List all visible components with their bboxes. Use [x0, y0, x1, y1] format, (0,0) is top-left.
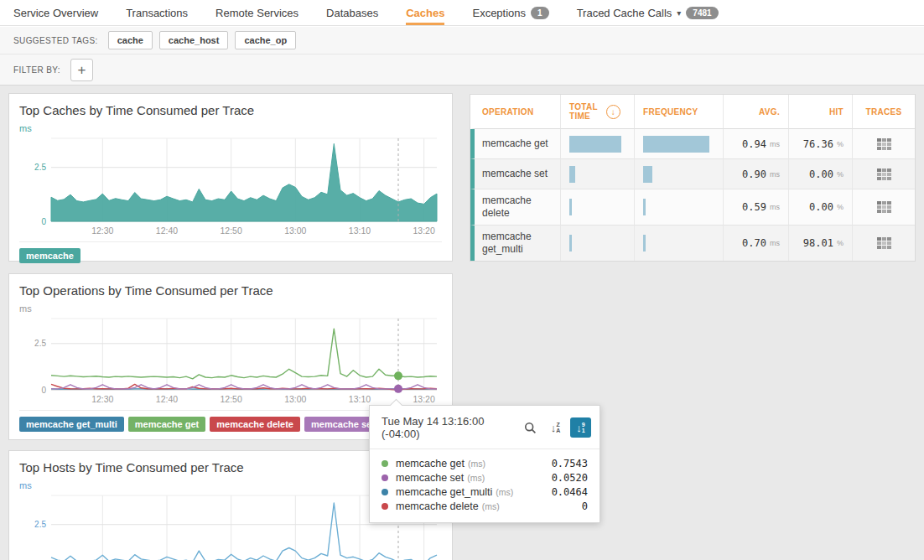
column-header-traces[interactable]: TRACES: [853, 95, 915, 129]
svg-text:13:00: 13:00: [284, 394, 306, 404]
column-header-frequency[interactable]: FREQUENCY: [635, 95, 724, 129]
grid-square: [882, 241, 886, 245]
hit-value: 76.36%: [789, 129, 853, 159]
count-badge: 1: [531, 7, 549, 19]
hit-number: 76.36: [803, 138, 833, 150]
tag-chip-cache-host[interactable]: cache_host: [159, 31, 229, 49]
svg-text:12:50: 12:50: [221, 226, 242, 236]
table-header-row: OPERATIONTOTAL TIME↓FREQUENCYAVG.HITTRAC…: [470, 95, 915, 129]
total-time-bar-cell: [561, 129, 635, 159]
filter-by-label: FILTER BY:: [13, 65, 60, 75]
top-operations-chart[interactable]: 02.512:3012:4012:5013:0013:1013:20: [19, 314, 444, 407]
filter-bar: FILTER BY: +: [0, 54, 924, 86]
operations-table: OPERATIONTOTAL TIME↓FREQUENCYAVG.HITTRAC…: [470, 94, 916, 262]
suggested-tags-list: cachecache_hostcache_op: [108, 31, 303, 49]
avg-number: 0.59: [742, 201, 766, 213]
hit-number: 0.00: [809, 201, 833, 213]
legend-chip-memcache-get-multi[interactable]: memcache get_multi: [19, 417, 124, 432]
tab-databases[interactable]: Databases: [326, 0, 378, 25]
frequency-bar: [643, 166, 652, 183]
legend-chip-memcache[interactable]: memcache: [19, 248, 80, 263]
sort-alpha-desc-icon[interactable]: ↓ZA: [545, 417, 566, 438]
table-row[interactable]: memcache delete0.59ms0.00%: [470, 189, 915, 226]
avg-number: 0.70: [742, 237, 766, 249]
avg-unit: ms: [770, 170, 780, 179]
grid-square: [887, 177, 891, 180]
tab-traced-cache-calls[interactable]: Traced Cache Calls▾7481: [577, 0, 719, 25]
column-header-operation[interactable]: OPERATION: [470, 95, 561, 129]
grid-square: [882, 169, 886, 172]
traces-grid-icon[interactable]: [877, 201, 891, 213]
avg-unit: ms: [770, 140, 780, 148]
grid-square: [877, 237, 881, 241]
frequency-bar: [643, 235, 646, 251]
tab-transactions[interactable]: Transactions: [126, 0, 188, 25]
hit-value: 0.00%: [789, 189, 853, 226]
series-unit: (ms): [467, 473, 485, 483]
table-row[interactable]: memcache get0.94ms76.36%: [470, 129, 915, 159]
svg-text:13:00: 13:00: [284, 226, 306, 236]
sort-desc-icon[interactable]: ↓: [606, 105, 620, 119]
hit-unit: %: [837, 140, 844, 148]
series-label: memcache delete: [396, 500, 479, 512]
series-value: 0: [582, 500, 588, 512]
chart-legend: memcache: [19, 241, 442, 270]
tab-caches[interactable]: Caches: [406, 0, 444, 25]
table-row[interactable]: memcache get_multi0.70ms98.01%: [470, 226, 915, 261]
grid-square: [882, 138, 886, 142]
tab-service-overview[interactable]: Service Overview: [13, 0, 98, 25]
column-header-avg-[interactable]: AVG.: [724, 95, 789, 129]
series-value: 0.0520: [552, 472, 588, 484]
tag-chip-cache[interactable]: cache: [108, 31, 153, 49]
tab-remote-services[interactable]: Remote Services: [215, 0, 298, 25]
frequency-bar-cell: [635, 189, 724, 226]
grid-square: [877, 138, 881, 142]
tab-label: Traced Cache Calls: [577, 7, 672, 19]
tab-label: Service Overview: [13, 7, 98, 19]
sort-numeric-desc-icon[interactable]: ↓91: [570, 417, 591, 438]
grid-square: [887, 169, 891, 172]
svg-text:0: 0: [41, 217, 46, 226]
traces-grid-icon[interactable]: [877, 169, 891, 180]
column-header-label: AVG.: [759, 107, 780, 117]
tab-label: Remote Services: [215, 7, 298, 19]
traces-grid-icon[interactable]: [877, 237, 891, 249]
chart-tooltip: Tue May 14 13:16:00 (-04:00) ↓ZA ↓91 mem…: [369, 405, 600, 523]
column-header-hit[interactable]: HIT: [789, 95, 853, 129]
table-body: memcache get0.94ms76.36%memcache set0.90…: [470, 129, 915, 261]
svg-text:12:40: 12:40: [156, 394, 178, 404]
grid-square: [877, 246, 881, 249]
table-row[interactable]: memcache set0.90ms0.00%: [470, 159, 915, 189]
svg-text:13:20: 13:20: [413, 226, 435, 236]
count-badge: 7481: [686, 7, 718, 19]
legend-chip-memcache-delete[interactable]: memcache delete: [210, 417, 300, 432]
frequency-bar: [643, 199, 646, 215]
series-unit: (ms): [468, 459, 485, 469]
tab-exceptions[interactable]: Exceptions1: [472, 0, 548, 25]
search-icon[interactable]: [520, 417, 541, 438]
grid-square: [882, 143, 886, 146]
series-unit: (ms): [496, 487, 513, 497]
add-filter-button[interactable]: +: [70, 59, 93, 81]
grid-square: [887, 143, 891, 146]
svg-text:2.5: 2.5: [34, 163, 46, 172]
card-title: Top Caches by Time Consumed per Trace: [19, 103, 442, 117]
traces-cell: [853, 189, 915, 226]
tooltip-series-row: memcache get(ms)0.7543: [382, 458, 588, 469]
top-caches-chart[interactable]: 02.512:3012:4012:5013:0013:1013:20: [19, 134, 444, 238]
hit-value: 0.00%: [789, 159, 853, 189]
column-header-total-time[interactable]: TOTAL TIME↓: [561, 95, 635, 129]
hit-unit: %: [837, 170, 844, 179]
column-header-label: TOTAL TIME: [569, 102, 601, 121]
frequency-bar-cell: [635, 159, 724, 189]
series-value: 0.0464: [552, 486, 588, 498]
svg-text:13:10: 13:10: [349, 226, 371, 236]
grid-square: [877, 241, 881, 245]
tag-chip-cache-op[interactable]: cache_op: [235, 31, 296, 49]
y-axis-unit: ms: [19, 303, 442, 314]
grid-square: [882, 205, 886, 209]
suggested-tags-label: SUGGESTED TAGS:: [13, 36, 98, 45]
traces-grid-icon[interactable]: [877, 138, 891, 150]
operation-name: memcache set: [470, 159, 561, 189]
legend-chip-memcache-get[interactable]: memcache get: [128, 417, 205, 432]
